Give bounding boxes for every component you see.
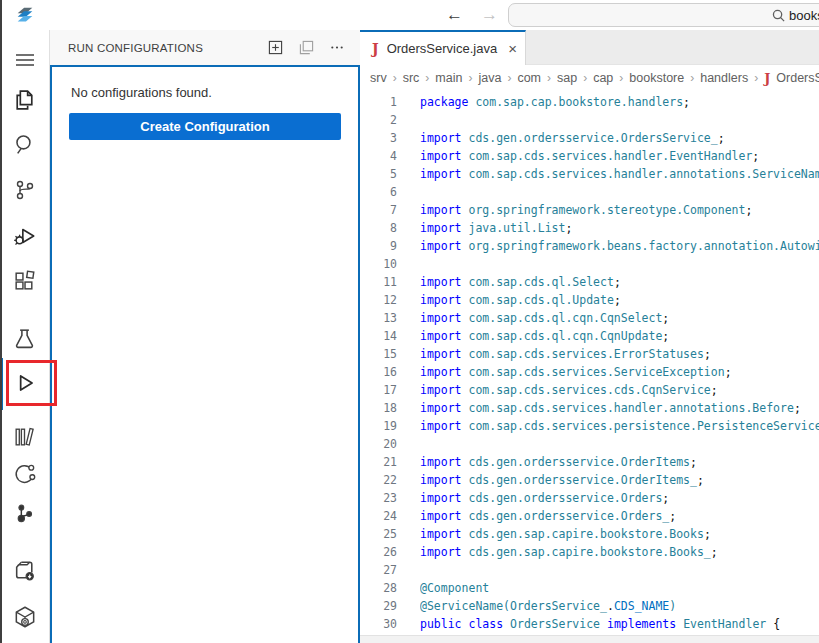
- code-line[interactable]: 20: [360, 435, 819, 453]
- line-number: 21: [360, 453, 397, 471]
- activity-item-pipeline[interactable]: [0, 492, 49, 536]
- code-line[interactable]: 25import cds.gen.sap.capire.bookstore.Bo…: [360, 525, 819, 543]
- breadcrumb-separator: ›: [619, 71, 623, 85]
- search-icon: [12, 132, 37, 157]
- line-number: 1: [360, 93, 397, 111]
- forward-arrow-button[interactable]: →: [481, 5, 498, 25]
- code-line[interactable]: 29@ServiceName(OrdersService_.CDS_NAME): [360, 597, 819, 615]
- breadcrumb-separator: ›: [754, 71, 758, 85]
- code-line[interactable]: 1package com.sap.cap.bookstore.handlers;: [360, 93, 819, 111]
- code-line[interactable]: 19import com.sap.cds.services.persistenc…: [360, 417, 819, 435]
- code-line[interactable]: 30public class OrdersService implements …: [360, 615, 819, 633]
- activity-item-explorer[interactable]: [0, 78, 49, 122]
- share-network-icon: [12, 462, 37, 487]
- code-line[interactable]: 15import com.sap.cds.services.ErrorStatu…: [360, 345, 819, 363]
- tab-ordersservice-java[interactable]: J OrdersService.java ×: [360, 30, 526, 65]
- tab-close-icon[interactable]: ×: [508, 40, 517, 57]
- activity-item-test[interactable]: [0, 316, 49, 360]
- library-icon: [12, 424, 37, 449]
- line-text: import cds.gen.sap.capire.bookstore.Book…: [420, 525, 819, 543]
- code-line[interactable]: 6: [360, 183, 819, 201]
- breadcrumb-separator: ›: [393, 71, 397, 85]
- activity-item-menu[interactable]: [0, 38, 49, 82]
- breadcrumb-item-handlers[interactable]: handlers: [700, 71, 748, 85]
- line-number: 13: [360, 309, 397, 327]
- create-configuration-button[interactable]: Create Configuration: [69, 113, 341, 140]
- activity-item-dependencies[interactable]: [0, 548, 49, 592]
- line-text: package com.sap.cap.bookstore.handlers;: [420, 93, 819, 111]
- line-number: 12: [360, 291, 397, 309]
- line-text: public class OrdersService implements Ev…: [420, 615, 819, 633]
- line-text: import com.sap.cds.ql.cqn.CqnSelect;: [420, 309, 819, 327]
- line-text: import cds.gen.ordersservice.OrderItems_…: [420, 471, 819, 489]
- code-line[interactable]: 16import com.sap.cds.services.ServiceExc…: [360, 363, 819, 381]
- collapse-all-button[interactable]: [297, 39, 315, 57]
- flask-icon: [12, 326, 37, 351]
- activity-item-source-control[interactable]: [0, 168, 49, 212]
- line-text: import com.sap.cds.services.ServiceExcep…: [420, 363, 819, 381]
- breadcrumb-item-srv[interactable]: srv: [370, 71, 387, 85]
- activity-item-connections[interactable]: [0, 452, 49, 496]
- code-line[interactable]: 12import com.sap.cds.ql.Update;: [360, 291, 819, 309]
- breadcrumb-item-cap[interactable]: cap: [593, 71, 613, 85]
- line-number: 25: [360, 525, 397, 543]
- back-arrow-button[interactable]: ←: [446, 5, 463, 25]
- address-search-bar[interactable]: books: [508, 3, 819, 27]
- code-line[interactable]: 2: [360, 111, 819, 129]
- line-text: import org.springframework.stereotype.Co…: [420, 201, 819, 219]
- code-line[interactable]: 17import com.sap.cds.services.cds.CqnSer…: [360, 381, 819, 399]
- code-line[interactable]: 9import org.springframework.beans.factor…: [360, 237, 819, 255]
- code-line[interactable]: 18import com.sap.cds.services.handler.an…: [360, 399, 819, 417]
- line-text: import com.sap.cds.ql.cqn.CqnUpdate;: [420, 327, 819, 345]
- tab-bar: J OrdersService.java ×: [360, 30, 819, 65]
- activity-item-extensions[interactable]: [0, 258, 49, 302]
- activity-bar: [0, 30, 50, 643]
- line-text: import com.sap.cds.services.handler.Even…: [420, 147, 819, 165]
- code-line[interactable]: 28@Component: [360, 579, 819, 597]
- line-number: 7: [360, 201, 397, 219]
- line-number: 24: [360, 507, 397, 525]
- code-line[interactable]: 24import cds.gen.ordersservice.Orders_;: [360, 507, 819, 525]
- breadcrumb-item-src[interactable]: src: [403, 71, 420, 85]
- code-line[interactable]: 4import com.sap.cds.services.handler.Eve…: [360, 147, 819, 165]
- code-editor[interactable]: 1package com.sap.cap.bookstore.handlers;…: [360, 91, 819, 643]
- breadcrumb-item-file[interactable]: OrdersService.java: [776, 71, 819, 85]
- breadcrumb-item-bookstore[interactable]: bookstore: [629, 71, 684, 85]
- line-text: import com.sap.cds.services.persistence.…: [420, 417, 819, 435]
- magnifier-icon: [771, 8, 786, 23]
- code-line[interactable]: 13import com.sap.cds.ql.cqn.CqnSelect;: [360, 309, 819, 327]
- line-text: import org.springframework.beans.factory…: [420, 237, 819, 255]
- code-line[interactable]: 22import cds.gen.ordersservice.OrderItem…: [360, 471, 819, 489]
- code-line[interactable]: 27: [360, 561, 819, 579]
- debug-icon: [12, 223, 38, 249]
- more-actions-button[interactable]: [328, 39, 346, 57]
- breadcrumb-item-java[interactable]: java: [478, 71, 501, 85]
- add-boxed-icon: [268, 40, 283, 55]
- line-text: import com.sap.cds.services.handler.anno…: [420, 165, 819, 183]
- add-configuration-button[interactable]: [266, 39, 284, 57]
- panel-title: RUN CONFIGURATIONS: [68, 42, 266, 54]
- code-line[interactable]: 23import cds.gen.ordersservice.Orders;: [360, 489, 819, 507]
- code-line[interactable]: 11import com.sap.cds.ql.Select;: [360, 273, 819, 291]
- line-number: 10: [360, 255, 397, 273]
- code-line[interactable]: 14import com.sap.cds.ql.cqn.CqnUpdate;: [360, 327, 819, 345]
- line-number: 14: [360, 327, 397, 345]
- line-number: 6: [360, 183, 397, 201]
- breadcrumb-item-main[interactable]: main: [435, 71, 462, 85]
- editor-scrollbar-track[interactable]: [360, 635, 819, 643]
- line-number: 2: [360, 111, 397, 129]
- breadcrumb-item-com[interactable]: com: [517, 71, 541, 85]
- code-line[interactable]: 8import java.util.List;: [360, 219, 819, 237]
- code-line[interactable]: 10: [360, 255, 819, 273]
- breadcrumb-item-sap[interactable]: sap: [557, 71, 577, 85]
- activity-item-modules[interactable]: [0, 595, 49, 639]
- line-text: [420, 111, 819, 129]
- code-line[interactable]: 7import org.springframework.stereotype.C…: [360, 201, 819, 219]
- code-line[interactable]: 26import cds.gen.sap.capire.bookstore.Bo…: [360, 543, 819, 561]
- activity-item-search[interactable]: [0, 122, 49, 166]
- app-logo-icon: [14, 4, 36, 26]
- code-line[interactable]: 5import com.sap.cds.services.handler.ann…: [360, 165, 819, 183]
- code-line[interactable]: 21import cds.gen.ordersservice.OrderItem…: [360, 453, 819, 471]
- activity-item-debug[interactable]: [0, 214, 49, 258]
- code-line[interactable]: 3import cds.gen.ordersservice.OrdersServ…: [360, 129, 819, 147]
